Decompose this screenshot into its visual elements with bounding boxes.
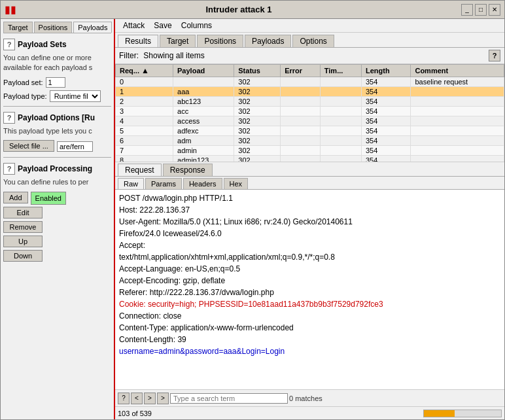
table-header-row: Req... ▲ Payload Status Error Tim... Len…: [116, 65, 504, 77]
request-response-area: Request Response Raw Params Headers Hex …: [115, 162, 504, 389]
table-cell: [281, 126, 321, 136]
table-cell: [320, 97, 361, 107]
nav-last-button[interactable]: >: [157, 393, 169, 404]
table-cell: 302: [234, 136, 281, 146]
window-icon: ▮▮: [5, 3, 16, 16]
tab-target-right[interactable]: Target: [160, 35, 196, 47]
table-cell: baseline request: [411, 77, 504, 87]
sub-tab-params[interactable]: Params: [145, 178, 182, 189]
table-cell: 2: [116, 97, 173, 107]
table-row[interactable]: 6adm302354: [116, 136, 504, 146]
table-cell: abc123: [173, 97, 234, 107]
menu-bar: Attack Save Columns: [115, 19, 504, 33]
table-cell: [281, 107, 321, 116]
content-line: Host: 222.28.136.37: [119, 204, 500, 216]
enabled-button[interactable]: Enabled: [31, 192, 66, 205]
table-cell: 302: [234, 87, 281, 97]
minimize-button[interactable]: _: [461, 4, 473, 16]
col-req[interactable]: Req... ▲: [116, 65, 173, 77]
table-cell: 0: [116, 77, 173, 87]
table-cell: [281, 97, 321, 107]
table-cell: 302: [234, 126, 281, 136]
table-cell: [411, 146, 504, 156]
table-row[interactable]: 3acc302354: [116, 107, 504, 116]
edit-button[interactable]: Edit: [3, 207, 43, 219]
help-nav-button[interactable]: ?: [118, 393, 130, 404]
sub-tab-raw[interactable]: Raw: [118, 178, 144, 189]
nav-prev-button[interactable]: <: [131, 393, 143, 404]
table-cell: [411, 97, 504, 107]
payload-set-input[interactable]: [46, 77, 65, 88]
tab-positions[interactable]: Positions: [34, 22, 73, 33]
table-cell: 354: [361, 156, 411, 163]
down-button[interactable]: Down: [3, 250, 43, 262]
sub-tab-headers[interactable]: Headers: [183, 178, 222, 189]
table-cell: admin123: [173, 156, 234, 163]
table-cell: 354: [361, 136, 411, 146]
table-cell: [411, 156, 504, 163]
payload-type-row: Payload type: Runtime fil: [3, 90, 111, 102]
table-cell: [411, 136, 504, 146]
main-window: ▮▮ Intruder attack 1 _ □ ✕ Target Positi…: [0, 0, 505, 420]
maximize-button[interactable]: □: [475, 4, 487, 16]
main-layout: Target Positions Payloads ? Payload Sets…: [1, 19, 504, 419]
table-cell: [320, 126, 361, 136]
col-time[interactable]: Tim...: [320, 65, 361, 77]
menu-attack[interactable]: Attack: [119, 20, 148, 31]
bottom-bar: ? < > > 0 matches: [115, 389, 504, 406]
table-row[interactable]: 2abc123302354: [116, 97, 504, 107]
up-button[interactable]: Up: [3, 236, 43, 247]
menu-save[interactable]: Save: [150, 20, 175, 31]
payload-sets-desc: You can define one or more available for…: [3, 53, 111, 73]
col-error[interactable]: Error: [281, 65, 321, 77]
close-button[interactable]: ✕: [489, 4, 500, 16]
nav-next-button[interactable]: >: [144, 393, 156, 404]
content-line: Accept-Encoding: gzip, deflate: [119, 275, 500, 287]
payload-options-title: Payload Options [Ru: [18, 113, 95, 122]
table-cell: 8: [116, 156, 173, 163]
table-row[interactable]: 7admin302354: [116, 146, 504, 156]
tab-options[interactable]: Options: [292, 35, 334, 47]
tab-request[interactable]: Request: [118, 164, 162, 176]
content-line: Firefox/24.0 Iceweasel/24.6.0: [119, 228, 500, 239]
col-length[interactable]: Length: [361, 65, 411, 77]
table-cell: admin: [173, 146, 234, 156]
table-cell: 354: [361, 107, 411, 116]
progress-bar: [423, 410, 502, 417]
filter-help-button[interactable]: ?: [489, 50, 500, 61]
col-comment[interactable]: Comment: [411, 65, 504, 77]
tab-response[interactable]: Response: [163, 164, 213, 176]
sub-tab-hex[interactable]: Hex: [224, 178, 249, 189]
table-row[interactable]: 4access302354: [116, 116, 504, 126]
table-cell: [281, 77, 321, 87]
tab-payloads-right[interactable]: Payloads: [245, 35, 291, 47]
payload-type-select[interactable]: Runtime fil: [50, 90, 101, 102]
table-row[interactable]: 1aaa302354: [116, 87, 504, 97]
table-cell: 302: [234, 156, 281, 163]
table-cell: 354: [361, 126, 411, 136]
table-cell: [320, 116, 361, 126]
table-cell: [320, 107, 361, 116]
select-file-button[interactable]: Select file ...: [3, 140, 54, 152]
table-cell: 302: [234, 146, 281, 156]
remove-button[interactable]: Remove: [3, 221, 43, 233]
divider-1: [3, 106, 111, 107]
tab-target[interactable]: Target: [3, 22, 33, 33]
file-path-input[interactable]: [57, 141, 93, 152]
table-cell: adm: [173, 136, 234, 146]
tab-results[interactable]: Results: [118, 35, 158, 47]
table-row[interactable]: 0302354baseline request: [116, 77, 504, 87]
tab-positions-right[interactable]: Positions: [197, 35, 243, 47]
payload-processing-title: Payload Processing: [18, 164, 92, 173]
col-status[interactable]: Status: [234, 65, 281, 77]
table-cell: [173, 77, 234, 87]
table-row[interactable]: 5adfexc302354: [116, 126, 504, 136]
menu-columns[interactable]: Columns: [177, 20, 216, 31]
tab-payloads[interactable]: Payloads: [73, 22, 112, 33]
filter-text: Filter: Showing all items: [119, 51, 205, 60]
search-input[interactable]: [170, 393, 288, 404]
table-row[interactable]: 8admin123302354: [116, 156, 504, 163]
select-file-row: Select file ...: [3, 140, 111, 153]
add-button[interactable]: Add: [3, 192, 28, 203]
col-payload[interactable]: Payload: [173, 65, 234, 77]
